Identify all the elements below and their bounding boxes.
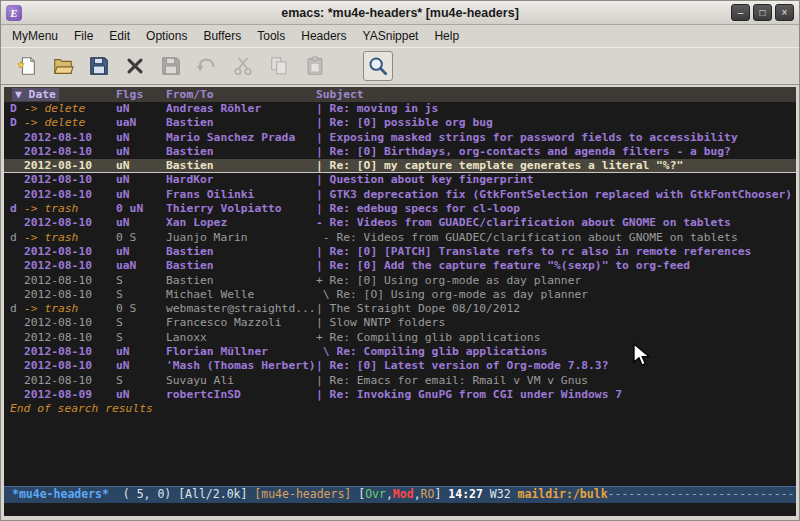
message-row[interactable]: 2012-08-09uNrobertcInSD| Re: Invoking Gn… xyxy=(4,388,796,402)
message-flags: S xyxy=(116,331,166,345)
message-row[interactable]: d-> trash0 SJuanjo Marin - Re: Videos fr… xyxy=(4,231,796,245)
message-row[interactable]: 2012-08-10uN'Mash (Thomas Herbert)| Re: … xyxy=(4,359,796,373)
message-subject: \ Re: Compiling glib applications xyxy=(316,345,796,359)
open-file-button[interactable] xyxy=(48,51,78,81)
menu-tools[interactable]: Tools xyxy=(249,26,293,46)
message-subject: | Re: moving in js xyxy=(316,102,796,116)
message-from: Bastien xyxy=(166,159,316,172)
menu-file[interactable]: File xyxy=(66,26,101,46)
paste-icon xyxy=(304,55,326,77)
message-date: 2012-08-10 xyxy=(24,274,116,288)
message-row[interactable]: 2012-08-10uNMario Sanchez Prada| Exposin… xyxy=(4,131,796,145)
message-flags: 0 S xyxy=(116,302,166,316)
menu-edit[interactable]: Edit xyxy=(101,26,138,46)
message-row[interactable]: 2012-08-10SFrancesco Mazzoli| Slow NNTP … xyxy=(4,316,796,330)
message-row[interactable]: 2012-08-10SMichael Welle \ Re: [O] Using… xyxy=(4,288,796,302)
menu-yasnippet[interactable]: YASnippet xyxy=(355,26,427,46)
message-mark xyxy=(10,159,24,172)
message-row[interactable]: 2012-08-10uNHardKor| Question about key … xyxy=(4,173,796,187)
message-from: Frans Oilinki xyxy=(166,188,316,202)
message-from: Thierry Volpiatto xyxy=(166,202,316,216)
title-bar[interactable]: E emacs: *mu4e-headers* [mu4e-headers] –… xyxy=(1,1,799,25)
message-from: webmaster@straightd... xyxy=(166,302,316,316)
close-buffer-button[interactable] xyxy=(120,51,150,81)
message-mark xyxy=(10,345,24,359)
column-header-date[interactable]: ▼ Date xyxy=(12,88,59,101)
emacs-icon: E xyxy=(6,5,22,21)
modeline-maildir: maildir:/bulk xyxy=(518,487,608,501)
message-from: Mario Sanchez Prada xyxy=(166,131,316,145)
message-subject: | Re: [0] Latest version of Org-mode 7.8… xyxy=(316,359,796,373)
menu-options[interactable]: Options xyxy=(138,26,195,46)
copy-icon xyxy=(268,55,290,77)
new-file-button[interactable] xyxy=(12,51,42,81)
end-of-results: End of search results xyxy=(4,402,796,416)
modeline-flags-open: [ xyxy=(351,487,365,501)
message-date: 2012-08-10 xyxy=(24,259,116,273)
save-as-button xyxy=(156,51,186,81)
message-row[interactable]: 2012-08-10uNFrans Oilinki| GTK3 deprecat… xyxy=(4,188,796,202)
message-flags: uN xyxy=(116,145,166,159)
message-date: 2012-08-10 xyxy=(24,316,116,330)
message-from: Lanoxx xyxy=(166,331,316,345)
message-subject: | The Straight Dope 08/10/2012 xyxy=(316,302,796,316)
message-date: 2012-08-10 xyxy=(24,288,116,302)
message-row[interactable]: 2012-08-10uNBastien| Re: [0] Birthdays, … xyxy=(4,145,796,159)
modeline-mod: Mod xyxy=(393,487,414,501)
message-from: HardKor xyxy=(166,173,316,187)
message-row[interactable]: 2012-08-10uNBastien| Re: [0] [PATCH] Tra… xyxy=(4,245,796,259)
message-row[interactable]: 2012-08-10SSuvayu Ali| Re: Emacs for ema… xyxy=(4,374,796,388)
menu-buffers[interactable]: Buffers xyxy=(195,26,249,46)
message-mark xyxy=(10,188,24,202)
message-subject: | Re: Invoking GnuPG from CGI under Wind… xyxy=(316,388,796,402)
message-row[interactable]: D-> deleteuaNBastien| Re: [0] possible o… xyxy=(4,116,796,130)
message-mark xyxy=(10,331,24,345)
modeline-time: 14:27 xyxy=(448,487,483,501)
column-header-flags[interactable]: Flgs xyxy=(116,87,166,102)
message-row[interactable]: d-> trash0 uNThierry Volpiatto| Re: edeb… xyxy=(4,202,796,216)
message-mark: D xyxy=(10,116,24,130)
modeline-ovr: Ovr xyxy=(365,487,386,501)
message-row[interactable]: 2012-08-10SLanoxx+ Re: Compiling glib ap… xyxy=(4,331,796,345)
message-row[interactable]: 2012-08-10uNXan Lopez- Re: Videos from G… xyxy=(4,216,796,230)
message-row[interactable]: 2012-08-10uNBastien| Re: [O] my capture … xyxy=(4,159,796,173)
save-buffer-button[interactable] xyxy=(84,51,114,81)
message-subject: - Re: Videos from GUADEC/clarification a… xyxy=(316,216,796,230)
message-date: 2012-08-10 xyxy=(24,331,116,345)
message-row[interactable]: d-> trash0 Swebmaster@straightd...| The … xyxy=(4,302,796,316)
message-date: 2012-08-10 xyxy=(24,173,116,187)
message-mark xyxy=(10,388,24,402)
column-header-subject[interactable]: Subject xyxy=(316,87,796,102)
message-flags: S xyxy=(116,374,166,388)
maximize-button[interactable]: □ xyxy=(753,4,772,21)
menu-help[interactable]: Help xyxy=(426,26,467,46)
message-subject: | Slow NNTP folders xyxy=(316,316,796,330)
message-flags: uN xyxy=(116,102,166,116)
message-from: Bastien xyxy=(166,245,316,259)
message-date: 2012-08-10 xyxy=(24,145,116,159)
message-date: 2012-08-10 xyxy=(24,131,116,145)
close-button[interactable]: × xyxy=(775,4,794,21)
message-date: -> delete xyxy=(24,116,116,130)
column-header-from[interactable]: From/To xyxy=(166,87,316,102)
minimize-button[interactable]: – xyxy=(731,4,750,21)
message-subject: | Exposing masked strings for password f… xyxy=(316,131,796,145)
message-row[interactable]: 2012-08-10SBastien+ Re: [0] Using org-mo… xyxy=(4,274,796,288)
echo-area[interactable] xyxy=(4,503,796,516)
message-mark xyxy=(10,259,24,273)
message-flags: uN xyxy=(116,188,166,202)
search-button[interactable] xyxy=(363,51,393,81)
message-row[interactable]: 2012-08-10uNFlorian Müllner \ Re: Compil… xyxy=(4,345,796,359)
menu-headers[interactable]: Headers xyxy=(293,26,354,46)
message-flags: S xyxy=(116,274,166,288)
menu-mymenu[interactable]: MyMenu xyxy=(4,26,66,46)
undo-button xyxy=(192,51,222,81)
message-from: Xan Lopez xyxy=(166,216,316,230)
emacs-window: E emacs: *mu4e-headers* [mu4e-headers] –… xyxy=(0,0,800,521)
message-row[interactable]: 2012-08-10uaNBastien| Re: [0] Add the ca… xyxy=(4,259,796,273)
message-mark xyxy=(10,145,24,159)
message-row[interactable]: D-> deleteuNAndreas Röhler| Re: moving i… xyxy=(4,102,796,116)
message-date: 2012-08-10 xyxy=(24,345,116,359)
message-mark xyxy=(10,216,24,230)
message-from: Bastien xyxy=(166,274,316,288)
